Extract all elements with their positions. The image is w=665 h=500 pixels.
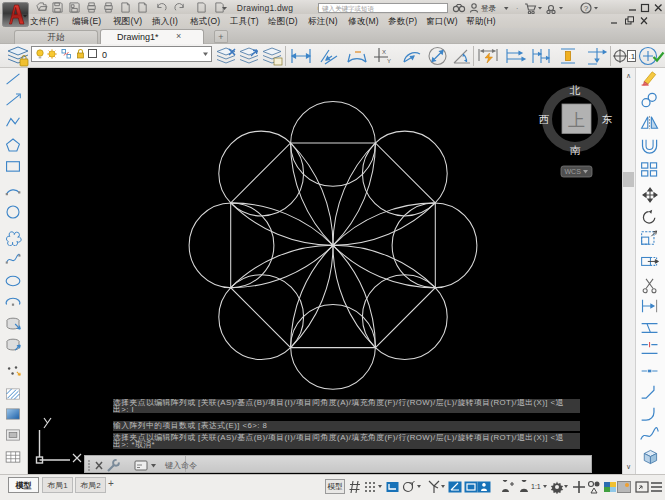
svg-text:.1: .1 (629, 52, 636, 61)
svg-text:0: 0 (102, 50, 107, 60)
svg-text:WCS: WCS (565, 168, 582, 175)
svg-text:东: 东 (602, 113, 613, 125)
svg-text:上: 上 (568, 111, 585, 130)
svg-text:·: · (516, 5, 518, 12)
svg-text:北: 北 (569, 84, 581, 96)
svg-text:?: ? (584, 4, 589, 13)
svg-text:登录: 登录 (481, 4, 497, 13)
svg-text:X: X (382, 49, 386, 55)
svg-text:Y: Y (387, 58, 391, 64)
svg-text:南: 南 (570, 144, 581, 156)
svg-text:西: 西 (539, 113, 550, 125)
